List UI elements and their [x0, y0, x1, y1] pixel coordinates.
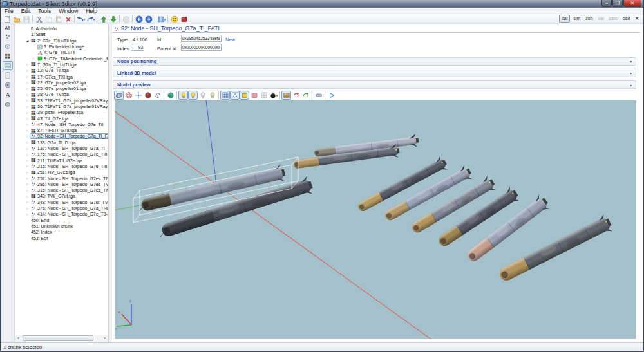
tree-item[interactable]: 453: Eof	[15, 235, 108, 241]
scroll-left-arrow[interactable]: ◂	[15, 335, 21, 342]
expand-arrow-icon[interactable]: ▷	[25, 200, 30, 204]
highlight-chunk-button[interactable]	[249, 91, 259, 100]
expand-arrow-icon[interactable]: ▷	[25, 171, 30, 174]
expand-arrow-icon[interactable]: ▷	[25, 75, 30, 79]
tree-item-content[interactable]: 348: Node - SH_Torpedo_G7ut_TVII	[30, 199, 108, 205]
tree-item[interactable]: ▷25: G7e_propeller01.tga	[15, 86, 108, 91]
tree-item[interactable]: 450: End	[15, 218, 108, 223]
expand-arrow-icon[interactable]: ▷	[25, 140, 30, 144]
show-grid-button[interactable]	[220, 91, 230, 100]
expand-arrow-icon[interactable]: ▷	[25, 153, 30, 156]
tree-item[interactable]: 452: Index	[15, 229, 108, 235]
tree-item[interactable]: ▷211: TIIIFaTII_G7e.tga	[15, 158, 108, 163]
tree-item[interactable]: ▷22: G7e_propeller02.tga	[15, 80, 108, 86]
save-button[interactable]	[21, 15, 31, 24]
tree-item-content[interactable]: 87: TIFaTI_G7a.tga	[30, 127, 79, 133]
new-button[interactable]	[2, 15, 12, 24]
light-1-button[interactable]	[178, 91, 188, 100]
expand-arrow-icon[interactable]: ▷	[25, 164, 30, 168]
expand-arrow-icon[interactable]: ▷	[25, 147, 30, 151]
tree-item[interactable]: ▷315: Node - SH_Torpedo_G7es_TXI	[15, 187, 108, 193]
filter-images-button[interactable]	[3, 61, 13, 70]
expand-arrow-icon[interactable]: ▷	[25, 134, 30, 138]
tree-item[interactable]: 1: Start	[15, 32, 108, 37]
tabs-close-button[interactable]: ✕	[633, 15, 641, 22]
tree-item[interactable]: A4: G7e_TIILuTII	[15, 50, 108, 55]
tab-sim[interactable]: sim	[571, 15, 582, 22]
filter-labels-button[interactable]: A	[3, 90, 13, 99]
menu-file[interactable]: File	[1, 8, 17, 14]
tree-item[interactable]: ▷33: T1FaT1_G7a_propeller02VRay_Complete…	[15, 98, 108, 104]
tree-item-content[interactable]: 43: TII_G7e.tga	[30, 116, 71, 122]
smiley-button[interactable]	[169, 15, 179, 24]
tree-item[interactable]: ▷414: Node - SH_Torpedo_G7e_T3-LuT2	[15, 211, 108, 217]
expand-arrow-icon[interactable]: ▷	[25, 212, 30, 216]
tree-item-content[interactable]: 28: G7e_TV.tga	[30, 91, 71, 97]
tree-item[interactable]: ▷286: Node - SH_Torpedo_G7es_TV	[15, 181, 108, 187]
filter-text-button[interactable]	[3, 71, 13, 80]
id-input[interactable]	[181, 35, 222, 42]
menu-edit[interactable]: Edit	[17, 8, 35, 14]
show-textures-button[interactable]	[281, 91, 291, 100]
expand-arrow-icon[interactable]: ▷	[25, 122, 30, 126]
scroll-right-arrow[interactable]: ▸	[102, 335, 108, 342]
filter-nodes-button[interactable]	[3, 32, 13, 41]
animate-play-button[interactable]	[327, 91, 336, 100]
expand-arrow-icon[interactable]: ▷	[25, 207, 30, 210]
new-id-link[interactable]: New	[225, 37, 235, 42]
tree-item-content[interactable]: 47: Node - SH_Torpedo_G7e_TII	[30, 122, 106, 127]
delete-button[interactable]	[63, 15, 73, 24]
expand-arrow-icon[interactable]: ▷	[25, 93, 30, 97]
close-button[interactable]: ✕	[623, 0, 641, 7]
tree-horizontal-scrollbar[interactable]: ◂ ▸	[15, 335, 108, 342]
tree-item-content[interactable]: 286: Node - SH_Torpedo_G7es_TV	[30, 181, 108, 187]
expand-arrow-icon[interactable]: ▷	[25, 87, 30, 91]
tree-item[interactable]: ▷47: Node - SH_Torpedo_G7e_TII	[15, 122, 108, 127]
tree-item[interactable]: ▷376: Node - SH_Torpedo_G7a_TI-LuT1	[15, 205, 108, 211]
validate-button[interactable]	[121, 15, 131, 24]
tree-item[interactable]: ▷137: Node - SH_Torpedo_G7a_TI	[15, 145, 108, 151]
tree-item-content[interactable]: 450: End	[30, 218, 51, 223]
tree-item[interactable]: ▷133: G7a_TI_D.tga	[15, 140, 108, 145]
wire-overlay-button[interactable]	[259, 91, 269, 100]
scroll-track[interactable]	[21, 335, 102, 341]
tab-zon[interactable]: zon	[583, 15, 594, 22]
show-lights-button[interactable]	[240, 91, 249, 100]
expand-arrow-icon[interactable]: ▷	[25, 129, 30, 133]
expand-arrow-icon[interactable]: ▷	[25, 116, 30, 120]
paste-button[interactable]	[53, 15, 63, 24]
tree-item-content[interactable]: 33: T1FaT1_G7a_propeller02VRay_CompleteM…	[30, 98, 108, 104]
tree-item[interactable]: ▷39: pistol_Propeller.tga	[15, 109, 108, 115]
tree-item-content[interactable]: 12: G7e_TII.tga	[30, 68, 71, 73]
tree-item-content[interactable]: A4: G7e_TIILuTII	[36, 50, 77, 55]
tree-item-content[interactable]: 3: Embedded image	[36, 44, 86, 50]
copy-button[interactable]	[44, 15, 53, 24]
tree-item[interactable]: ▷36: T1FaT1_G7a_propeller01VRay_Complete…	[15, 104, 108, 109]
expand-arrow-icon[interactable]: ▷	[25, 80, 30, 84]
tree-item-content[interactable]: 376: Node - SH_Torpedo_G7a_TI-LuT1	[30, 205, 108, 211]
tree-item[interactable]: ▷175: Node - SH_Torpedo_G7e_TIII	[15, 151, 108, 157]
tree-item[interactable]: 451: Unknown chunk	[15, 223, 108, 229]
tree-item[interactable]: ▷215: Node - SH_Torpedo_G7e_TIII_FATII	[15, 163, 108, 169]
expand-arrow-icon[interactable]: ▷	[25, 176, 30, 180]
model-viewport[interactable]: yxz	[115, 100, 636, 339]
tree-item[interactable]: 3: Embedded image	[15, 44, 108, 50]
tree-item[interactable]: ▷343: TVII_G7ut.tga	[15, 193, 108, 199]
columns-button[interactable]: ▾	[156, 15, 166, 24]
exit-red-button[interactable]	[179, 15, 189, 24]
tab-dat[interactable]: dat	[559, 15, 571, 23]
tree-item[interactable]: ▷12: G7e_TII.tga	[15, 68, 108, 73]
tree-item[interactable]: ▷87: TIFaTI_G7a.tga	[15, 127, 108, 133]
menu-help[interactable]: Help	[82, 8, 100, 14]
pan-mode-button[interactable]	[133, 91, 143, 100]
cut-button[interactable]	[34, 15, 44, 24]
wire-sphere-button[interactable]	[124, 91, 133, 100]
expand-arrow-icon[interactable]: ▷	[25, 98, 30, 102]
bg-color-dropdown-arrow[interactable]: ▾	[276, 93, 278, 97]
tree-item[interactable]: ▷5: G7e_TIIAmbient Occlusion _MR_.tga	[15, 55, 108, 61]
tree-item[interactable]: ◢2: G7e_TIILuTII.tga	[15, 38, 108, 44]
index-input[interactable]	[131, 44, 144, 51]
light-3-button[interactable]	[198, 91, 207, 100]
tree-item[interactable]: ▷92: Node - SH_Torpedo_G7a_TI_FATI	[15, 133, 108, 139]
expand-arrow-icon[interactable]: ▷	[32, 57, 36, 60]
